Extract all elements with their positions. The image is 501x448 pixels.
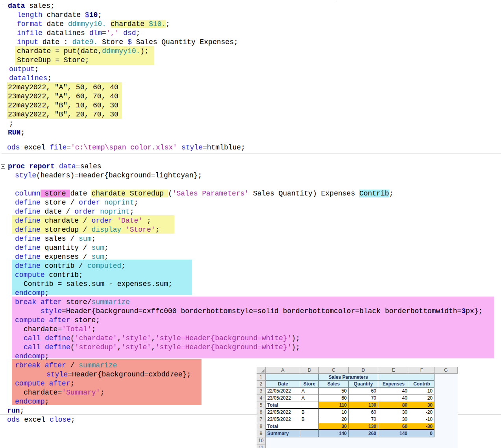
sheet-cell-r8c5[interactable]: -30	[409, 423, 434, 430]
row-header-7[interactable]: 7	[257, 416, 266, 423]
code-line[interactable]: define date / order noprint;	[15, 207, 134, 216]
code-line[interactable]: style=Header{background=cxffc000 borderb…	[41, 307, 483, 316]
code-line[interactable]: call define('chardate','style','style=He…	[24, 334, 300, 343]
sheet-cell-r6c0[interactable]: 22/05/2022	[266, 409, 300, 416]
sheet-cell-r3c3[interactable]: 60	[349, 388, 378, 395]
excel-preview-spreadsheet[interactable]: ABCDEFG1Sales Parameters2DateStoreSalesQ…	[257, 367, 458, 448]
code-line[interactable]: endcomp;	[15, 289, 49, 298]
select-all-corner[interactable]	[257, 367, 266, 374]
sheet-header-sales[interactable]: Sales	[319, 381, 349, 388]
sheet-cell-r5c4[interactable]: 80	[378, 402, 409, 409]
code-line[interactable]: RUN;	[8, 128, 25, 137]
code-line[interactable]: ods excel file='c:\temp\span_color.xlsx'…	[7, 143, 245, 152]
sheet-cell-r6c4[interactable]: 30	[378, 409, 409, 416]
code-line[interactable]: ods excel close;	[7, 415, 75, 424]
sheet-cell-r6c3[interactable]: 60	[349, 409, 378, 416]
code-line[interactable]: break after store/summarize	[15, 298, 130, 307]
row-header-1[interactable]: 1	[257, 374, 266, 381]
sheet-cell-r6c2[interactable]: 10	[319, 409, 349, 416]
row-header-5[interactable]: 5	[257, 402, 266, 409]
sheet-cell-E1[interactable]	[378, 374, 434, 381]
row-header-9[interactable]: 9	[257, 430, 266, 437]
sheet-cell-r8c4[interactable]: 60	[378, 423, 409, 430]
sheet-cell-r9c0[interactable]: Summary	[266, 430, 300, 437]
code-line[interactable]: 23may2022, "A", 60, 70, 40	[8, 92, 118, 101]
code-line[interactable]: 22may2022, "A", 50, 60, 40	[8, 83, 118, 92]
sheet-cell-r4c5[interactable]: 20	[409, 395, 434, 402]
sheet-cell-r4c0[interactable]: 23/05/2022	[266, 395, 300, 402]
column-header-A[interactable]: A	[266, 367, 300, 374]
code-line[interactable]: length chardate $10;	[17, 11, 102, 20]
code-line[interactable]: chardate='Total';	[24, 325, 96, 334]
code-line[interactable]: define quantity / sum;	[15, 243, 109, 253]
sheet-cell-r3c0[interactable]: 22/05/2022	[266, 388, 300, 395]
sheet-cell-band-title[interactable]: Sales Parameters	[319, 374, 378, 381]
sheet-cell-r8c3[interactable]: 130	[349, 423, 378, 430]
code-line[interactable]: output;	[9, 65, 39, 74]
code-line[interactable]: rbreak after / summarize	[15, 361, 117, 370]
column-header-C[interactable]: C	[319, 367, 349, 374]
sheet-cell-r9c1[interactable]	[300, 430, 319, 437]
code-line[interactable]: define store / order noprint;	[15, 198, 138, 207]
sheet-cell-r4c2[interactable]: 60	[319, 395, 349, 402]
sheet-cell-A1[interactable]	[266, 374, 319, 381]
code-line[interactable]: compute contrib;	[15, 271, 83, 280]
row-header-3[interactable]: 3	[257, 388, 266, 395]
row-header-6[interactable]: 6	[257, 409, 266, 416]
sheet-header-store[interactable]: Store	[300, 381, 319, 388]
code-line[interactable]: StoreDup = Store;	[17, 56, 89, 65]
sheet-cell-r6c5[interactable]: -20	[409, 409, 434, 416]
sheet-cell-r4c3[interactable]: 70	[349, 395, 378, 402]
sheet-cell-r7c4[interactable]: 30	[378, 416, 409, 423]
column-header-B[interactable]: B	[300, 367, 319, 374]
sheet-cell-r3c5[interactable]: 10	[409, 388, 434, 395]
sheet-cell-r3c2[interactable]: 50	[319, 388, 349, 395]
expand-toggle-icon[interactable]	[1, 4, 5, 8]
sheet-cell-r3c4[interactable]: 40	[378, 388, 409, 395]
code-line[interactable]: chardate='Summary';	[24, 388, 104, 397]
column-header-E[interactable]: E	[378, 367, 409, 374]
sheet-cell-r5c0[interactable]: Total	[266, 402, 300, 409]
code-line[interactable]: style=Header{background=cxbdd7ee};	[46, 370, 191, 379]
code-line[interactable]: proc report data=sales	[8, 162, 102, 171]
sheet-header-expenses[interactable]: Expenses	[378, 381, 409, 388]
code-line[interactable]: call define('storedup','style','style=He…	[24, 343, 300, 352]
code-line[interactable]: endcomp;	[15, 397, 49, 406]
row-header-2[interactable]: 2	[257, 381, 266, 388]
sheet-cell-r9c4[interactable]: 140	[378, 430, 409, 437]
sheet-cell-r3c1[interactable]: A	[300, 388, 319, 395]
column-header-G[interactable]: G	[434, 367, 458, 374]
code-line[interactable]: define chardate / order 'Date' ;	[15, 216, 151, 225]
code-line[interactable]: endcomp;	[15, 352, 49, 361]
row-header-10[interactable]: 10	[257, 437, 266, 444]
sheet-cell-r7c5[interactable]: -10	[409, 416, 434, 423]
code-line[interactable]: define expenses / sum;	[15, 253, 109, 262]
row-header-8[interactable]: 8	[257, 423, 266, 430]
sheet-cell-r9c3[interactable]: 260	[349, 430, 378, 437]
code-line[interactable]: datalines;	[9, 74, 52, 83]
code-line[interactable]: define contrib / computed;	[15, 262, 126, 271]
code-line[interactable]: format date ddmmyy10. chardate $10.;	[17, 20, 170, 29]
code-line[interactable]: style(headers)=Header{background=lightcy…	[15, 171, 202, 180]
code-line[interactable]: infile datalines dlm=',' dsd;	[17, 29, 140, 38]
code-line[interactable]: define sales / sum;	[15, 234, 96, 243]
code-line[interactable]: 23may2022, "B", 20, 70, 30	[8, 110, 118, 119]
sheet-cell-r5c2[interactable]: 110	[319, 402, 349, 409]
sheet-cell-r6c1[interactable]: B	[300, 409, 319, 416]
expand-toggle-icon[interactable]	[1, 164, 5, 169]
code-line[interactable]: chardate = put(date,ddmmyy10.);	[17, 47, 149, 56]
code-line[interactable]: 22may2022, "B", 10, 60, 30	[8, 101, 118, 110]
sheet-cell-r7c2[interactable]: 20	[319, 416, 349, 423]
sheet-cell-r5c3[interactable]: 130	[349, 402, 378, 409]
code-line[interactable]: input date : date9. Store $ Sales Quanti…	[17, 38, 238, 47]
sheet-cell-r9c2[interactable]: 140	[319, 430, 349, 437]
sheet-cell-r7c0[interactable]: 23/05/2022	[266, 416, 300, 423]
sheet-cell-r7c1[interactable]: B	[300, 416, 319, 423]
row-header-11[interactable]: 11	[257, 444, 266, 448]
code-line[interactable]: run;	[7, 406, 24, 415]
column-header-F[interactable]: F	[409, 367, 434, 374]
sheet-header-quantity[interactable]: Quantity	[349, 381, 378, 388]
column-header-D[interactable]: D	[349, 367, 378, 374]
sheet-cell-r8c1[interactable]	[300, 423, 319, 430]
sheet-cell-r8c0[interactable]: Total	[266, 423, 300, 430]
